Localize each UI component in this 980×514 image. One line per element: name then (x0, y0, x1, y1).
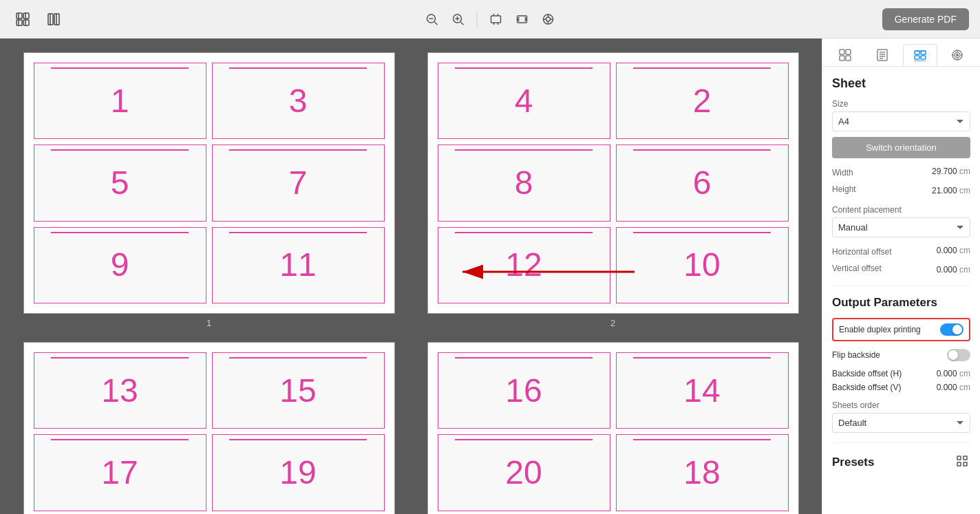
presets-grid-btn[interactable] (954, 453, 970, 471)
width-value: 29.700 cm (932, 167, 970, 176)
page-container-3: 13 15 17 19 21 23 3 (14, 342, 404, 514)
sheet-section-title: Sheet (832, 76, 970, 91)
page-container-1: 1 3 5 7 9 11 1 (14, 52, 404, 328)
backside-offset-h-row: Backside offset (H) 0.000 cm (832, 369, 970, 378)
toggle-thumb-flip (948, 350, 958, 360)
sheets-order-select[interactable]: Default Reverse (832, 413, 970, 433)
page-label-2: 2 (610, 318, 615, 328)
svg-rect-51 (921, 56, 926, 59)
vertical-offset-row: Vertical offset 0.000 cm (832, 264, 970, 276)
card-7: 7 (212, 144, 385, 221)
svg-rect-40 (846, 50, 851, 54)
card-1: 1 (34, 63, 206, 139)
card-9: 9 (34, 227, 206, 303)
card-13: 13 (34, 352, 206, 429)
card-17: 17 (34, 434, 206, 511)
fit-width-btn[interactable] (512, 9, 533, 30)
fit-page-btn[interactable] (486, 9, 507, 30)
horizontal-offset-label: Horizontal offset (832, 247, 892, 257)
toolbar-left (11, 8, 65, 31)
layout-icon-btn[interactable] (11, 8, 34, 31)
card-15: 15 (212, 352, 385, 429)
svg-rect-1 (23, 13, 29, 19)
view-icon-btn[interactable] (43, 8, 65, 30)
scrollable-canvas[interactable]: 1 3 5 7 9 11 1 4 (0, 39, 822, 514)
enable-duplex-label: Enable duplex printing (839, 325, 921, 334)
card-2: 2 (616, 63, 789, 139)
svg-rect-62 (963, 456, 967, 460)
card-12: 12 (438, 227, 610, 303)
page-container-4: 16 14 20 18 24 22 4 (418, 342, 808, 514)
svg-rect-63 (957, 462, 961, 466)
zoom-in-btn[interactable] (448, 9, 469, 30)
height-row: Height 21.000 cm (832, 184, 970, 197)
toolbar: Generate PDF (0, 0, 980, 39)
toolbar-right: Generate PDF (882, 8, 969, 30)
size-select-wrapper: A4 A3 Letter Legal (832, 111, 970, 131)
card-3: 3 (212, 63, 385, 139)
card-19: 19 (212, 434, 385, 511)
main-area: 1 3 5 7 9 11 1 4 (0, 39, 980, 514)
width-row: Width 29.700 cm (832, 162, 970, 180)
toolbar-center (422, 9, 559, 30)
canvas-wrapper: 1 3 5 7 9 11 1 4 (0, 39, 822, 514)
page-2: 4 2 8 6 12 10 (427, 52, 799, 314)
generate-pdf-button[interactable]: Generate PDF (882, 8, 969, 30)
horizontal-offset-value: 0.000 cm (937, 246, 970, 255)
page-1: 1 3 5 7 9 11 (23, 52, 395, 314)
svg-rect-50 (915, 56, 919, 59)
svg-rect-2 (17, 20, 22, 25)
divider-2 (832, 442, 970, 443)
page-container-2: 4 2 8 6 12 10 (418, 52, 808, 328)
sheets-order-select-wrapper: Default Reverse (832, 413, 970, 433)
vertical-offset-label: Vertical offset (832, 264, 882, 273)
svg-rect-3 (23, 20, 29, 25)
svg-point-32 (546, 17, 551, 21)
card-6: 6 (616, 144, 789, 221)
switch-orientation-button[interactable]: Switch orientation (832, 137, 970, 158)
height-label: Height (832, 184, 856, 194)
card-grid-1: 1 3 5 7 9 11 (24, 53, 394, 313)
presets-row: Presets (832, 453, 970, 471)
card-11: 11 (212, 227, 385, 303)
toolbar-divider (477, 11, 478, 28)
svg-line-18 (461, 22, 464, 25)
vertical-offset-value: 0.000 cm (937, 265, 970, 275)
enable-duplex-toggle[interactable] (940, 323, 963, 336)
enable-duplex-row: Enable duplex printing (832, 318, 970, 341)
flip-backside-row: Flip backside (832, 345, 970, 365)
content-placement-select[interactable]: Manual Auto Center (832, 217, 970, 237)
svg-rect-64 (963, 462, 967, 466)
backside-offset-h-value: 0.000 cm (937, 369, 970, 378)
tab-layout[interactable] (828, 44, 862, 66)
page-3: 13 15 17 19 21 23 (23, 342, 395, 514)
svg-point-56 (956, 54, 958, 56)
size-select[interactable]: A4 A3 Letter Legal (832, 111, 970, 131)
content-placement-select-wrapper: Manual Auto Center (832, 217, 970, 237)
card-18: 18 (616, 434, 789, 511)
tab-imposition[interactable] (903, 44, 937, 66)
card-16: 16 (438, 352, 610, 429)
width-label: Width (832, 168, 853, 178)
tab-target[interactable] (940, 44, 974, 66)
backside-offset-v-row: Backside offset (V) 0.000 cm (832, 383, 970, 392)
zoom-out-btn[interactable] (422, 9, 443, 30)
card-10: 10 (616, 227, 789, 303)
card-20: 20 (438, 434, 610, 511)
panel-tabs (822, 39, 980, 67)
divider-1 (832, 286, 970, 286)
card-grid-2: 4 2 8 6 12 10 (428, 53, 798, 313)
fit-all-btn[interactable] (538, 9, 559, 30)
card-grid-3: 13 15 17 19 21 23 (24, 343, 394, 514)
pages-grid: 1 3 5 7 9 11 1 4 (14, 52, 808, 514)
flip-backside-toggle[interactable] (947, 349, 970, 361)
panel-content: Sheet Size A4 A3 Letter Legal Switch ori… (822, 67, 980, 514)
backside-offset-v-value: 0.000 cm (937, 383, 970, 392)
sheets-order-label: Sheets order (832, 400, 970, 410)
tab-sheet[interactable] (865, 44, 899, 66)
card-5: 5 (34, 144, 206, 221)
card-8: 8 (438, 144, 610, 221)
svg-rect-41 (840, 56, 844, 61)
content-placement-label: Content placement (832, 205, 970, 215)
svg-rect-19 (491, 16, 501, 23)
